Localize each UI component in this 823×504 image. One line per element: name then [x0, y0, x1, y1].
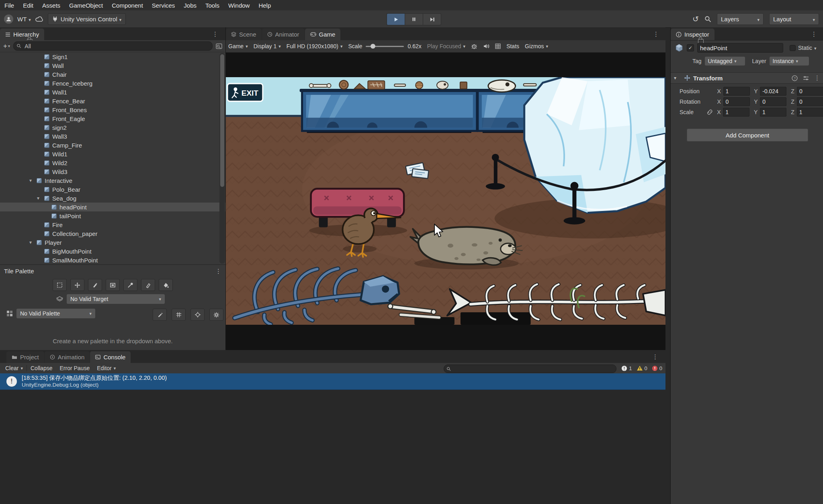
add-component-button[interactable]: Add Component [687, 129, 808, 141]
active-target-dropdown[interactable]: No Valid Target [67, 294, 165, 304]
game-viewport[interactable]: EXIT [226, 77, 665, 325]
hierarchy-item[interactable]: Sea_dog [0, 194, 225, 203]
scale-x-field[interactable]: 1 [723, 108, 749, 117]
hierarchy-item[interactable]: Front_Eagle [0, 114, 225, 123]
tab-scene[interactable]: Scene [226, 29, 262, 40]
edit-palette-button[interactable] [153, 309, 167, 321]
inspector-menu-icon[interactable] [811, 31, 817, 38]
scale-slider[interactable] [366, 46, 404, 47]
static-checkbox[interactable] [790, 45, 796, 51]
scrollbar-thumb[interactable] [220, 54, 224, 187]
hierarchy-item[interactable]: Fence_Bear [0, 96, 225, 105]
console-tab-menu-icon[interactable] [652, 353, 658, 361]
audio-icon[interactable] [483, 43, 489, 49]
focus-button[interactable] [190, 309, 205, 321]
menu-assets[interactable]: Assets [38, 0, 65, 10]
tab-animation[interactable]: Animation [45, 351, 90, 363]
box-fill-tool-button[interactable] [106, 279, 120, 291]
warning-filter-badge[interactable]: 0 [637, 365, 647, 371]
hierarchy-item[interactable]: Front_Bones [0, 105, 225, 114]
move-tool-button[interactable] [70, 279, 84, 291]
hierarchy-item[interactable]: Polo_Bear [0, 185, 225, 194]
layers-dropdown[interactable]: Layers [717, 13, 764, 25]
display-dropdown[interactable]: Display 1 [254, 43, 281, 49]
account-avatar-icon[interactable] [4, 14, 13, 24]
tile-palette-menu-icon[interactable] [215, 268, 221, 275]
menu-file[interactable]: File [0, 0, 18, 10]
hierarchy-item-selected[interactable]: headPoint [0, 203, 225, 211]
hierarchy-item[interactable]: Chair [0, 70, 225, 79]
active-checkbox[interactable] [687, 44, 694, 51]
hierarchy-item[interactable]: tailPoint [0, 211, 225, 220]
static-control[interactable]: Static [790, 45, 817, 51]
tab-inspector[interactable]: Inspector [671, 29, 714, 40]
foldout-icon[interactable] [37, 195, 44, 201]
console-search-input[interactable] [453, 365, 614, 372]
hierarchy-item[interactable]: Wall [0, 61, 225, 70]
menu-help[interactable]: Help [254, 0, 275, 10]
gizmos-dropdown[interactable]: Gizmos [525, 43, 548, 49]
game-mode-dropdown[interactable]: Game [228, 43, 248, 49]
constrain-proportions-icon[interactable] [707, 109, 713, 115]
stats-button[interactable]: Stats [506, 43, 519, 49]
brush-tool-button[interactable] [88, 279, 102, 291]
hierarchy-item[interactable]: Wall1 [0, 88, 225, 96]
tab-project[interactable]: Project [6, 351, 44, 363]
editor-dropdown[interactable]: Editor [93, 363, 119, 373]
hierarchy-item[interactable]: Interactive [0, 176, 225, 185]
hierarchy-item[interactable]: Player [0, 238, 225, 247]
component-menu-icon[interactable] [814, 74, 820, 82]
rotation-y-field[interactable]: 0 [760, 97, 786, 106]
hierarchy-item[interactable]: Sign1 [0, 52, 225, 61]
console-search-field[interactable] [444, 365, 616, 373]
select-tool-button[interactable] [53, 279, 67, 291]
debug-mute-icon[interactable] [471, 43, 477, 49]
hierarchy-menu-icon[interactable] [212, 31, 218, 38]
help-icon[interactable]: ? [792, 75, 798, 81]
pause-button[interactable] [405, 13, 423, 25]
hierarchy-search-input[interactable] [24, 43, 209, 50]
menu-window[interactable]: Window [224, 0, 254, 10]
hierarchy-item[interactable]: Wild1 [0, 150, 225, 158]
foldout-icon[interactable] [29, 240, 37, 245]
scale-y-field[interactable]: 1 [760, 108, 786, 117]
position-z-field[interactable]: 0 [797, 87, 823, 96]
vsync-grid-icon[interactable] [495, 43, 501, 49]
hierarchy-item[interactable]: sign2 [0, 123, 225, 132]
account-dropdown[interactable]: WT [17, 16, 31, 23]
error-filter-badge[interactable]: 0 [652, 365, 662, 371]
object-name-input[interactable] [697, 43, 783, 53]
component-foldout-icon[interactable] [674, 75, 681, 81]
step-button[interactable] [423, 13, 441, 25]
version-control-button[interactable]: Unity Version Control [48, 13, 126, 25]
menu-component[interactable]: Component [107, 0, 147, 10]
menu-services[interactable]: Services [147, 0, 180, 10]
hierarchy-item[interactable]: SmallMouthPoint [0, 256, 225, 264]
hierarchy-item[interactable]: Camp_Fire [0, 141, 225, 150]
rotation-z-field[interactable]: 0 [797, 97, 823, 106]
info-filter-badge[interactable]: 1 [621, 365, 632, 371]
tag-dropdown[interactable]: Untagged [705, 57, 745, 66]
rotation-x-field[interactable]: 0 [723, 97, 750, 106]
play-focused-dropdown[interactable]: Play Focused [427, 43, 465, 49]
menu-gameobject[interactable]: GameObject [65, 0, 107, 10]
hierarchy-item[interactable]: Fire [0, 220, 225, 229]
hierarchy-item[interactable]: Fence_Iceberg [0, 79, 225, 88]
console-log-entry[interactable]: ! [18:53:35] 保存小物品绑定点原始位置: (2.10, 2.20, … [0, 373, 665, 390]
scale-slider-thumb[interactable] [371, 44, 375, 49]
error-pause-toggle[interactable]: Error Pause [56, 363, 93, 373]
presets-icon[interactable] [803, 76, 809, 81]
clear-button[interactable]: Clear [2, 363, 27, 373]
transform-component-header[interactable]: Transform ? [671, 72, 823, 84]
menu-edit[interactable]: Edit [18, 0, 38, 10]
hierarchy-item[interactable]: Wild3 [0, 167, 225, 176]
undo-history-icon[interactable]: ↺ [692, 15, 699, 23]
resolution-dropdown[interactable]: Full HD (1920x1080) [287, 43, 343, 49]
menu-tools[interactable]: Tools [201, 0, 224, 10]
eraser-tool-button[interactable] [141, 279, 155, 291]
game-tab-menu-icon[interactable] [653, 31, 659, 38]
foldout-icon[interactable] [29, 178, 37, 183]
tab-hierarchy[interactable]: Hierarchy [0, 29, 44, 40]
picker-tool-button[interactable] [123, 279, 137, 291]
hierarchy-search-field[interactable] [13, 41, 213, 51]
